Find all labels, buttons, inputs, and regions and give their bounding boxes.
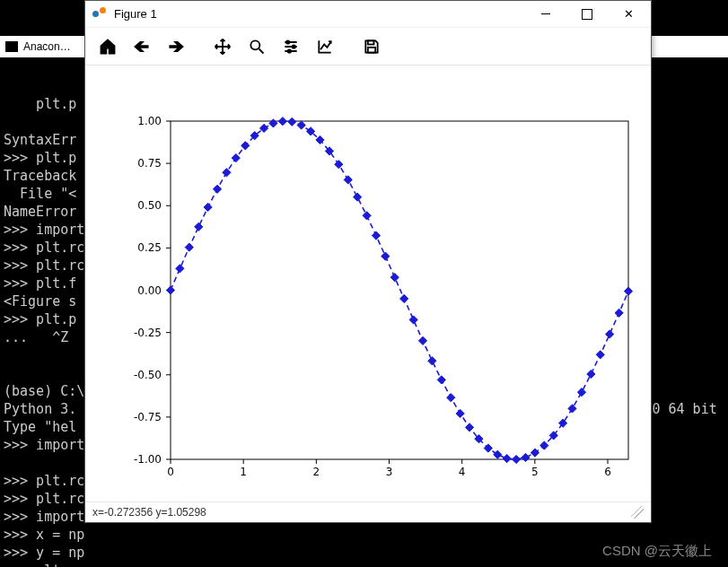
axes-chart-icon	[316, 38, 334, 56]
svg-marker-53	[297, 121, 305, 129]
svg-text:0.75: 0.75	[137, 158, 162, 170]
svg-marker-43	[204, 204, 212, 212]
forward-button[interactable]	[159, 30, 193, 64]
svg-marker-41	[185, 243, 193, 251]
minimize-button[interactable]	[525, 1, 566, 28]
svg-point-3	[288, 49, 291, 52]
forward-arrow-icon	[167, 38, 185, 56]
edit-axes-button[interactable]	[308, 30, 342, 64]
svg-marker-47	[241, 142, 250, 150]
maximize-button[interactable]	[566, 1, 608, 28]
svg-text:-0.25: -0.25	[134, 327, 162, 339]
svg-point-2	[293, 45, 295, 48]
svg-point-0	[250, 40, 259, 49]
svg-rect-5	[368, 48, 375, 53]
svg-marker-64	[400, 295, 408, 303]
svg-marker-87	[615, 310, 623, 318]
save-figure-button[interactable]	[355, 30, 389, 64]
svg-marker-40	[176, 265, 184, 273]
svg-text:1.00: 1.00	[137, 115, 162, 127]
zoom-button[interactable]	[240, 30, 274, 64]
svg-marker-66	[418, 337, 426, 345]
svg-rect-4	[368, 40, 374, 44]
svg-marker-69	[447, 394, 455, 402]
svg-marker-82	[568, 405, 576, 413]
svg-marker-84	[587, 371, 595, 379]
svg-marker-86	[606, 330, 614, 338]
svg-marker-58	[344, 176, 352, 184]
configure-subplots-button[interactable]	[274, 30, 308, 64]
svg-marker-88	[624, 287, 632, 295]
svg-marker-65	[409, 316, 417, 324]
svg-marker-74	[494, 450, 502, 458]
figure-canvas[interactable]: -1.00-0.75-0.50-0.250.000.250.500.751.00…	[85, 65, 651, 502]
svg-marker-60	[363, 212, 371, 220]
svg-marker-42	[195, 223, 203, 231]
svg-marker-44	[213, 186, 221, 194]
save-icon	[363, 38, 381, 56]
figure-title: Figure 1	[114, 7, 157, 21]
svg-marker-76	[512, 456, 520, 464]
home-button[interactable]	[91, 30, 125, 64]
pan-icon	[214, 38, 232, 56]
svg-marker-45	[223, 169, 231, 177]
svg-text:4: 4	[459, 466, 466, 478]
svg-text:1: 1	[240, 466, 247, 478]
svg-marker-67	[428, 357, 436, 365]
close-button[interactable]	[608, 1, 649, 28]
svg-rect-6	[171, 121, 628, 459]
svg-marker-71	[465, 423, 473, 432]
svg-marker-79	[540, 441, 548, 449]
svg-marker-75	[503, 455, 511, 463]
svg-marker-50	[269, 119, 277, 127]
sliders-icon	[282, 38, 300, 56]
svg-marker-85	[596, 351, 604, 359]
svg-marker-73	[484, 444, 492, 452]
svg-marker-70	[456, 410, 464, 418]
cursor-coords: x=-0.272356 y=1.05298	[92, 506, 206, 519]
svg-text:0: 0	[167, 466, 174, 478]
svg-text:0.50: 0.50	[137, 200, 162, 213]
home-icon	[99, 38, 117, 56]
svg-marker-52	[288, 118, 296, 126]
svg-marker-61	[372, 231, 380, 240]
svg-marker-63	[390, 274, 399, 282]
svg-marker-59	[354, 193, 362, 201]
zoom-icon	[248, 38, 266, 56]
svg-marker-62	[382, 252, 390, 260]
figure-toolbar	[85, 28, 651, 65]
svg-text:-0.50: -0.50	[134, 369, 162, 381]
svg-point-1	[286, 40, 289, 43]
svg-text:3: 3	[386, 466, 393, 478]
figure-titlebar[interactable]: Figure 1	[85, 1, 651, 28]
resize-grip-icon[interactable]	[631, 506, 644, 519]
matplotlib-figure-window: Figure 1 -1.00-0	[84, 0, 652, 523]
svg-text:-0.75: -0.75	[134, 411, 162, 423]
svg-marker-77	[522, 454, 530, 462]
back-arrow-icon	[133, 38, 151, 56]
terminal-icon	[5, 41, 18, 52]
svg-text:2: 2	[313, 466, 320, 478]
terminal-title: Anacon…	[23, 38, 71, 56]
svg-text:6: 6	[604, 466, 611, 478]
svg-text:-1.00: -1.00	[134, 453, 162, 466]
svg-marker-83	[577, 388, 585, 397]
figure-statusbar: x=-0.272356 y=1.05298	[85, 502, 651, 522]
svg-text:0.25: 0.25	[137, 242, 162, 255]
back-button[interactable]	[125, 30, 159, 64]
svg-marker-51	[278, 118, 286, 126]
matplotlib-icon	[92, 7, 107, 22]
pan-button[interactable]	[206, 30, 240, 64]
svg-marker-46	[232, 154, 240, 162]
svg-marker-39	[166, 286, 174, 294]
svg-text:5: 5	[531, 466, 539, 478]
svg-text:0.00: 0.00	[137, 284, 162, 297]
csdn-watermark: CSDN @云天徽上	[602, 543, 712, 560]
svg-marker-68	[437, 376, 445, 384]
